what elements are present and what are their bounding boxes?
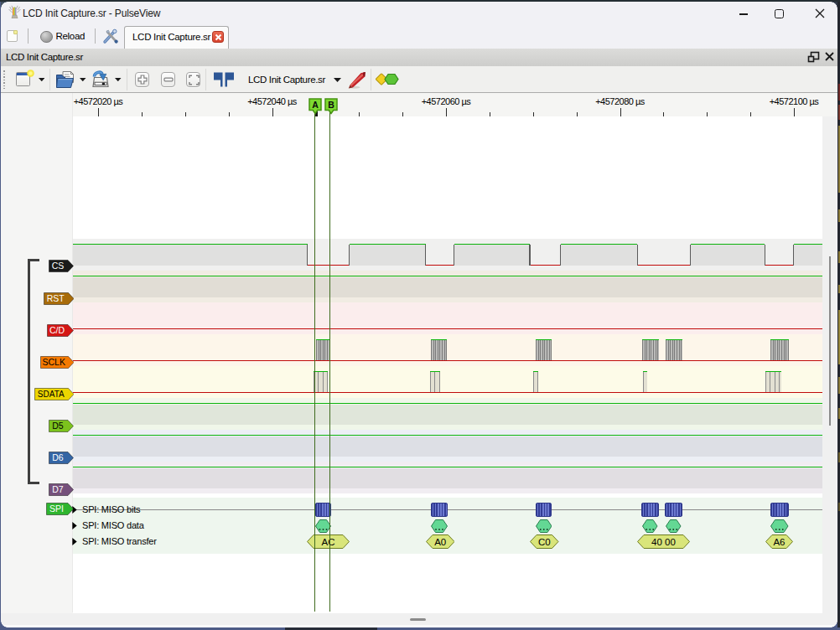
svg-text:SCLK: SCLK bbox=[42, 357, 65, 367]
svg-text:A0: A0 bbox=[434, 536, 446, 546]
svg-text:CS: CS bbox=[52, 261, 65, 271]
svg-text:AC: AC bbox=[322, 536, 335, 546]
svg-text:A: A bbox=[312, 99, 319, 109]
svg-text:SDATA: SDATA bbox=[37, 390, 64, 399]
svg-text:C0: C0 bbox=[538, 536, 551, 546]
svg-text:D6: D6 bbox=[52, 452, 64, 462]
svg-text:D7: D7 bbox=[52, 484, 64, 494]
svg-text:A6: A6 bbox=[773, 536, 785, 546]
svg-text:B: B bbox=[328, 99, 334, 109]
svg-text:D5: D5 bbox=[52, 421, 64, 431]
svg-text:40 00: 40 00 bbox=[651, 536, 676, 546]
svg-text:SPI: SPI bbox=[49, 503, 64, 514]
svg-text:C/D: C/D bbox=[49, 325, 65, 335]
svg-text:RST: RST bbox=[46, 293, 65, 303]
